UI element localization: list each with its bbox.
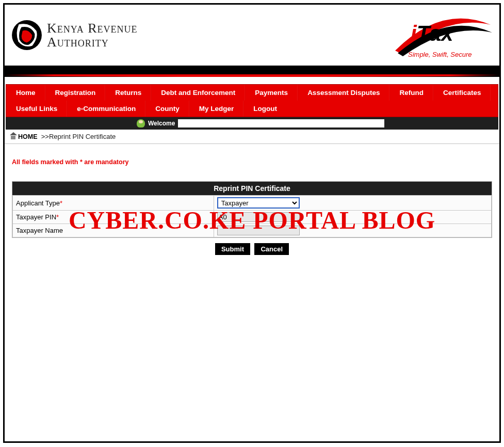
nav-logout[interactable]: Logout (243, 101, 286, 117)
row-taxpayer-name: Taxpayer Name (13, 224, 492, 237)
panel-title: Reprint PIN Certificate (12, 182, 492, 195)
button-row: Submit Cancel (5, 238, 499, 260)
kra-logo: Kenya Revenue Authority (11, 19, 138, 51)
itax-text: iTax (411, 21, 453, 46)
submit-button[interactable]: Submit (215, 243, 250, 255)
applicant-type-select[interactable]: Taxpayer (217, 197, 300, 209)
nav-home[interactable]: Home (6, 85, 45, 101)
home-icon (10, 133, 17, 139)
label-applicant-type: Applicant Type* (13, 196, 214, 211)
app-frame: Kenya Revenue Authority iTax Simple, Swi… (3, 3, 501, 443)
taxpayer-pin-input[interactable] (217, 212, 300, 222)
nav-registration[interactable]: Registration (45, 85, 106, 101)
label-taxpayer-pin: Taxpayer PIN* (13, 211, 214, 224)
taxpayer-name-input[interactable] (217, 226, 300, 235)
welcome-user-field (178, 119, 384, 127)
row-taxpayer-pin: Taxpayer PIN* (13, 211, 492, 224)
org-name-line2: Authority (47, 35, 138, 49)
user-icon (137, 119, 145, 127)
nav-payments[interactable]: Payments (245, 85, 298, 101)
row-applicant-type: Applicant Type* Taxpayer (13, 196, 492, 211)
header: Kenya Revenue Authority iTax Simple, Swi… (5, 5, 499, 61)
breadcrumb-home[interactable]: HOME (18, 133, 38, 140)
nav-certificates[interactable]: Certificates (433, 85, 491, 101)
breadcrumb-current: Reprint PIN Certificate (49, 133, 116, 140)
welcome-bar: Welcome (6, 117, 498, 130)
reprint-pin-panel: Reprint PIN Certificate Applicant Type* … (12, 181, 492, 238)
itax-tagline: Simple, Swift, Secure (408, 51, 472, 58)
nav-returns[interactable]: Returns (105, 85, 151, 101)
cancel-button[interactable]: Cancel (254, 243, 289, 255)
nav-my-ledger[interactable]: My Ledger (189, 101, 244, 117)
nav-assessment-disputes[interactable]: Assessment Disputes (298, 85, 389, 101)
label-taxpayer-name: Taxpayer Name (13, 224, 214, 237)
divider-stripe (5, 66, 499, 77)
breadcrumb: HOME >>Reprint PIN Certificate (5, 130, 499, 144)
mandatory-note: All fields marked with * are mandatory (5, 144, 499, 176)
nav-debt-enforcement[interactable]: Debt and Enforcement (151, 85, 245, 101)
nav-useful-links[interactable]: Useful Links (6, 101, 67, 117)
main-nav: Home Registration Returns Debt and Enfor… (6, 84, 498, 117)
nav-refund[interactable]: Refund (389, 85, 433, 101)
org-name-line1: Kenya Revenue (47, 21, 138, 35)
nav-ecommunication[interactable]: e-Communication (67, 101, 145, 117)
itax-logo: iTax Simple, Swift, Secure (390, 12, 493, 58)
welcome-label: Welcome (148, 120, 175, 127)
lion-icon (11, 19, 43, 51)
nav-county[interactable]: County (145, 101, 189, 117)
breadcrumb-sep: >> (41, 133, 49, 140)
